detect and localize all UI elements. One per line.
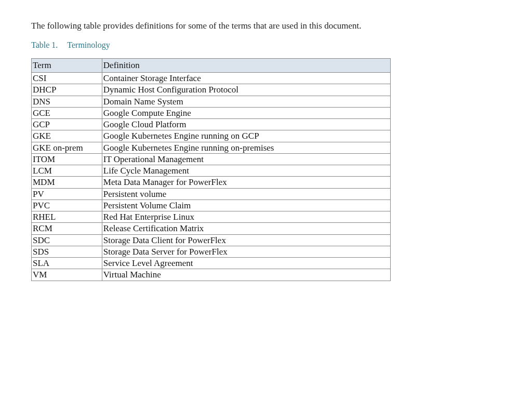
cell-definition: Google Cloud Platform — [102, 119, 390, 130]
intro-paragraph: The following table provides definitions… — [31, 21, 501, 31]
cell-term: MDM — [32, 177, 102, 188]
cell-term: RCM — [32, 223, 102, 234]
cell-definition: Persistent volume — [102, 188, 390, 200]
cell-term: DNS — [32, 96, 102, 107]
cell-definition: Storage Data Server for PowerFlex — [102, 246, 390, 257]
cell-term: SLA — [32, 258, 102, 269]
table-row: SDSStorage Data Server for PowerFlex — [32, 246, 391, 257]
header-definition: Definition — [102, 59, 390, 73]
table-row: PVCPersistent Volume Claim — [32, 200, 391, 211]
cell-definition: Google Compute Engine — [102, 107, 390, 118]
table-row: LCMLife Cycle Management — [32, 165, 391, 177]
cell-term: SDS — [32, 246, 102, 257]
table-row: GCPGoogle Cloud Platform — [32, 119, 391, 130]
table-row: GKEGoogle Kubernetes Engine running on G… — [32, 130, 391, 142]
cell-definition: Storage Data Client for PowerFlex — [102, 234, 390, 246]
cell-term: CSI — [32, 73, 102, 84]
cell-definition: Google Kubernetes Engine running on-prem… — [102, 142, 390, 153]
header-term: Term — [32, 59, 102, 73]
terminology-table: Term Definition CSIContainer Storage Int… — [31, 58, 391, 281]
table-row: RCMRelease Certification Matrix — [32, 223, 391, 234]
cell-definition: Virtual Machine — [102, 269, 390, 281]
cell-term: PVC — [32, 200, 102, 211]
cell-term: LCM — [32, 165, 102, 177]
cell-term: SDC — [32, 234, 102, 246]
table-row: GCEGoogle Compute Engine — [32, 107, 391, 118]
cell-term: GCE — [32, 107, 102, 118]
table-row: DNSDomain Name System — [32, 96, 391, 107]
table-row: SLAService Level Agreement — [32, 258, 391, 269]
cell-definition: Life Cycle Management — [102, 165, 390, 177]
table-row: VMVirtual Machine — [32, 269, 391, 281]
table-row: PVPersistent volume — [32, 188, 391, 200]
cell-definition: Red Hat Enterprise Linux — [102, 211, 390, 223]
caption-number: Table 1. — [31, 41, 58, 49]
table-row: SDCStorage Data Client for PowerFlex — [32, 234, 391, 246]
table-row: RHELRed Hat Enterprise Linux — [32, 211, 391, 223]
cell-term: DHCP — [32, 84, 102, 96]
cell-definition: Meta Data Manager for PowerFlex — [102, 177, 390, 188]
cell-definition: Release Certification Matrix — [102, 223, 390, 234]
caption-title: Terminology — [67, 41, 110, 49]
cell-term: GCP — [32, 119, 102, 130]
table-row: CSIContainer Storage Interface — [32, 73, 391, 84]
cell-definition: Google Kubernetes Engine running on GCP — [102, 130, 390, 142]
cell-term: RHEL — [32, 211, 102, 223]
cell-definition: Dynamic Host Configuration Protocol — [102, 84, 390, 96]
table-row: MDMMeta Data Manager for PowerFlex — [32, 177, 391, 188]
cell-term: GKE — [32, 130, 102, 142]
cell-definition: Container Storage Interface — [102, 73, 390, 84]
cell-term: GKE on-prem — [32, 142, 102, 153]
table-row: ITOMIT Operational Management — [32, 153, 391, 165]
cell-term: VM — [32, 269, 102, 281]
cell-definition: IT Operational Management — [102, 153, 390, 165]
table-row: DHCPDynamic Host Configuration Protocol — [32, 84, 391, 96]
table-caption: Table 1.Terminology — [31, 41, 501, 50]
cell-definition: Persistent Volume Claim — [102, 200, 390, 211]
table-header-row: Term Definition — [32, 59, 391, 73]
cell-definition: Domain Name System — [102, 96, 390, 107]
table-row: GKE on-premGoogle Kubernetes Engine runn… — [32, 142, 391, 153]
cell-term: PV — [32, 188, 102, 200]
cell-term: ITOM — [32, 153, 102, 165]
cell-definition: Service Level Agreement — [102, 258, 390, 269]
